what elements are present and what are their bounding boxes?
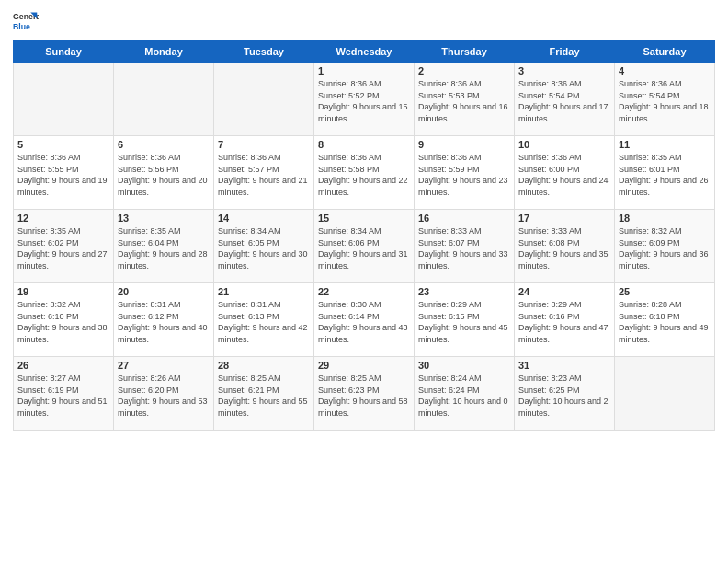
day-number: 10 — [518, 139, 610, 150]
day-number: 17 — [518, 213, 610, 224]
day-info: Sunrise: 8:36 AM Sunset: 5:52 PM Dayligh… — [318, 78, 410, 124]
logo: General Blue — [13, 9, 39, 35]
day-number: 21 — [218, 286, 310, 297]
page-container: General Blue SundayMondayTuesdayWednesda… — [0, 0, 728, 440]
calendar-cell — [14, 63, 114, 136]
day-info: Sunrise: 8:36 AM Sunset: 5:53 PM Dayligh… — [418, 78, 510, 124]
day-number: 14 — [218, 213, 310, 224]
calendar-cell: 26Sunrise: 8:27 AM Sunset: 6:19 PM Dayli… — [14, 357, 114, 431]
day-info: Sunrise: 8:36 AM Sunset: 5:57 PM Dayligh… — [218, 152, 310, 198]
day-number: 2 — [418, 65, 510, 76]
day-info: Sunrise: 8:36 AM Sunset: 5:56 PM Dayligh… — [118, 152, 210, 198]
day-number: 13 — [118, 213, 210, 224]
calendar-week-row: 5Sunrise: 8:36 AM Sunset: 5:55 PM Daylig… — [14, 136, 715, 210]
calendar-cell: 11Sunrise: 8:35 AM Sunset: 6:01 PM Dayli… — [615, 136, 715, 210]
calendar-cell: 22Sunrise: 8:30 AM Sunset: 6:14 PM Dayli… — [314, 283, 415, 357]
day-number: 8 — [318, 139, 410, 150]
calendar-week-row: 12Sunrise: 8:35 AM Sunset: 6:02 PM Dayli… — [14, 210, 715, 283]
day-number: 25 — [619, 286, 711, 297]
weekday-header-monday: Monday — [114, 41, 214, 63]
calendar-cell: 31Sunrise: 8:23 AM Sunset: 6:25 PM Dayli… — [515, 357, 615, 431]
calendar-cell: 10Sunrise: 8:36 AM Sunset: 6:00 PM Dayli… — [515, 136, 615, 210]
day-number: 15 — [318, 213, 410, 224]
day-number: 31 — [518, 360, 610, 371]
day-number: 9 — [418, 139, 510, 150]
day-info: Sunrise: 8:36 AM Sunset: 5:59 PM Dayligh… — [418, 152, 510, 198]
day-info: Sunrise: 8:26 AM Sunset: 6:20 PM Dayligh… — [118, 373, 210, 419]
day-number: 30 — [418, 360, 510, 371]
calendar-cell: 12Sunrise: 8:35 AM Sunset: 6:02 PM Dayli… — [14, 210, 114, 283]
calendar-week-row: 1Sunrise: 8:36 AM Sunset: 5:52 PM Daylig… — [14, 63, 715, 136]
calendar-cell: 7Sunrise: 8:36 AM Sunset: 5:57 PM Daylig… — [214, 136, 314, 210]
svg-text:Blue: Blue — [13, 22, 30, 31]
calendar-cell: 18Sunrise: 8:32 AM Sunset: 6:09 PM Dayli… — [615, 210, 715, 283]
day-info: Sunrise: 8:36 AM Sunset: 5:58 PM Dayligh… — [318, 152, 410, 198]
calendar-cell — [214, 63, 314, 136]
calendar-cell: 23Sunrise: 8:29 AM Sunset: 6:15 PM Dayli… — [415, 283, 515, 357]
day-info: Sunrise: 8:31 AM Sunset: 6:13 PM Dayligh… — [218, 299, 310, 345]
weekday-header-wednesday: Wednesday — [314, 41, 415, 63]
calendar-cell: 14Sunrise: 8:34 AM Sunset: 6:05 PM Dayli… — [214, 210, 314, 283]
day-info: Sunrise: 8:35 AM Sunset: 6:01 PM Dayligh… — [619, 152, 711, 198]
calendar-cell: 27Sunrise: 8:26 AM Sunset: 6:20 PM Dayli… — [114, 357, 214, 431]
day-info: Sunrise: 8:28 AM Sunset: 6:18 PM Dayligh… — [619, 299, 711, 345]
calendar-cell: 24Sunrise: 8:29 AM Sunset: 6:16 PM Dayli… — [515, 283, 615, 357]
day-info: Sunrise: 8:30 AM Sunset: 6:14 PM Dayligh… — [318, 299, 410, 345]
calendar-cell: 28Sunrise: 8:25 AM Sunset: 6:21 PM Dayli… — [214, 357, 314, 431]
weekday-header-sunday: Sunday — [14, 41, 114, 63]
weekday-header-row: SundayMondayTuesdayWednesdayThursdayFrid… — [14, 41, 715, 63]
calendar-cell: 6Sunrise: 8:36 AM Sunset: 5:56 PM Daylig… — [114, 136, 214, 210]
weekday-header-friday: Friday — [515, 41, 615, 63]
weekday-header-tuesday: Tuesday — [214, 41, 314, 63]
day-info: Sunrise: 8:23 AM Sunset: 6:25 PM Dayligh… — [518, 373, 610, 419]
day-info: Sunrise: 8:34 AM Sunset: 6:05 PM Dayligh… — [218, 225, 310, 271]
day-number: 18 — [619, 213, 711, 224]
calendar-cell: 3Sunrise: 8:36 AM Sunset: 5:54 PM Daylig… — [515, 63, 615, 136]
day-number: 24 — [518, 286, 610, 297]
calendar-cell: 15Sunrise: 8:34 AM Sunset: 6:06 PM Dayli… — [314, 210, 415, 283]
day-number: 4 — [619, 65, 711, 76]
calendar-cell: 17Sunrise: 8:33 AM Sunset: 6:08 PM Dayli… — [515, 210, 615, 283]
calendar-cell: 9Sunrise: 8:36 AM Sunset: 5:59 PM Daylig… — [415, 136, 515, 210]
day-number: 11 — [619, 139, 711, 150]
day-info: Sunrise: 8:25 AM Sunset: 6:21 PM Dayligh… — [218, 373, 310, 419]
calendar-table: SundayMondayTuesdayWednesdayThursdayFrid… — [13, 40, 715, 431]
header: General Blue — [13, 9, 715, 35]
day-number: 22 — [318, 286, 410, 297]
calendar-cell: 20Sunrise: 8:31 AM Sunset: 6:12 PM Dayli… — [114, 283, 214, 357]
day-number: 29 — [318, 360, 410, 371]
calendar-cell: 16Sunrise: 8:33 AM Sunset: 6:07 PM Dayli… — [415, 210, 515, 283]
day-number: 23 — [418, 286, 510, 297]
calendar-week-row: 19Sunrise: 8:32 AM Sunset: 6:10 PM Dayli… — [14, 283, 715, 357]
calendar-cell: 21Sunrise: 8:31 AM Sunset: 6:13 PM Dayli… — [214, 283, 314, 357]
calendar-cell: 8Sunrise: 8:36 AM Sunset: 5:58 PM Daylig… — [314, 136, 415, 210]
day-info: Sunrise: 8:36 AM Sunset: 5:55 PM Dayligh… — [17, 152, 109, 198]
logo-icon: General Blue — [13, 9, 39, 35]
day-number: 7 — [218, 139, 310, 150]
day-number: 19 — [17, 286, 109, 297]
day-number: 12 — [17, 213, 109, 224]
calendar-cell: 4Sunrise: 8:36 AM Sunset: 5:54 PM Daylig… — [615, 63, 715, 136]
day-info: Sunrise: 8:32 AM Sunset: 6:09 PM Dayligh… — [619, 225, 711, 271]
day-info: Sunrise: 8:24 AM Sunset: 6:24 PM Dayligh… — [418, 373, 510, 419]
weekday-header-thursday: Thursday — [415, 41, 515, 63]
day-info: Sunrise: 8:32 AM Sunset: 6:10 PM Dayligh… — [17, 299, 109, 345]
calendar-cell — [114, 63, 214, 136]
day-info: Sunrise: 8:27 AM Sunset: 6:19 PM Dayligh… — [17, 373, 109, 419]
day-number: 16 — [418, 213, 510, 224]
day-number: 27 — [118, 360, 210, 371]
calendar-cell: 5Sunrise: 8:36 AM Sunset: 5:55 PM Daylig… — [14, 136, 114, 210]
day-info: Sunrise: 8:35 AM Sunset: 6:04 PM Dayligh… — [118, 225, 210, 271]
day-info: Sunrise: 8:36 AM Sunset: 6:00 PM Dayligh… — [518, 152, 610, 198]
day-info: Sunrise: 8:29 AM Sunset: 6:16 PM Dayligh… — [518, 299, 610, 345]
calendar-cell — [615, 357, 715, 431]
day-number: 1 — [318, 65, 410, 76]
day-info: Sunrise: 8:29 AM Sunset: 6:15 PM Dayligh… — [418, 299, 510, 345]
day-info: Sunrise: 8:31 AM Sunset: 6:12 PM Dayligh… — [118, 299, 210, 345]
calendar-cell: 25Sunrise: 8:28 AM Sunset: 6:18 PM Dayli… — [615, 283, 715, 357]
day-info: Sunrise: 8:33 AM Sunset: 6:07 PM Dayligh… — [418, 225, 510, 271]
day-number: 20 — [118, 286, 210, 297]
day-number: 5 — [17, 139, 109, 150]
day-number: 28 — [218, 360, 310, 371]
calendar-cell: 30Sunrise: 8:24 AM Sunset: 6:24 PM Dayli… — [415, 357, 515, 431]
